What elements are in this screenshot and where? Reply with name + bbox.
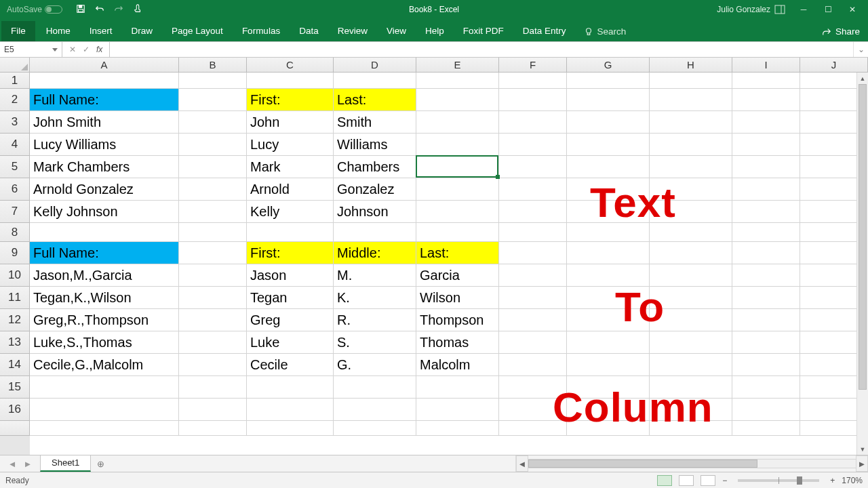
row-header-4[interactable]: 4 — [0, 134, 30, 156]
cell[interactable] — [567, 111, 650, 134]
cell[interactable] — [650, 73, 732, 89]
cell[interactable] — [179, 201, 247, 223]
row-header-extra[interactable] — [0, 421, 30, 436]
cell[interactable] — [499, 264, 567, 287]
cell-D9[interactable]: Middle: — [334, 242, 416, 264]
cell[interactable] — [499, 223, 567, 242]
row-header-9[interactable]: 9 — [0, 242, 30, 264]
row-header-3[interactable]: 3 — [0, 111, 30, 134]
column-header-E[interactable]: E — [416, 58, 499, 73]
cell[interactable] — [650, 134, 732, 156]
cell-C12[interactable]: Greg — [247, 309, 334, 331]
scroll-right-icon[interactable]: ► — [856, 455, 868, 472]
cell[interactable] — [732, 134, 800, 156]
cell-C11[interactable]: Tegan — [247, 287, 334, 309]
cell-C4[interactable]: Lucy — [247, 134, 334, 156]
cell[interactable] — [499, 73, 567, 89]
cell-A4[interactable]: Lucy Williams — [30, 134, 179, 156]
row-header-15[interactable]: 15 — [0, 376, 30, 399]
cell-D4[interactable]: Williams — [334, 134, 416, 156]
cell[interactable] — [732, 111, 800, 134]
sheet-prev-icon[interactable]: ◄ — [8, 459, 17, 469]
ribbon-tab-insert[interactable]: Insert — [80, 21, 122, 41]
cell-C6[interactable]: Arnold — [247, 178, 334, 201]
cell-D12[interactable]: R. — [334, 309, 416, 331]
cell[interactable] — [650, 331, 732, 354]
cell[interactable] — [567, 354, 650, 376]
cell[interactable] — [179, 242, 247, 264]
column-header-J[interactable]: J — [800, 58, 868, 73]
cell-C10[interactable]: Jason — [247, 264, 334, 287]
row-header-8[interactable]: 8 — [0, 223, 30, 242]
row-header-14[interactable]: 14 — [0, 354, 30, 376]
cell[interactable] — [499, 134, 567, 156]
sheet-tab-active[interactable]: Sheet1 — [40, 455, 91, 472]
ribbon-tab-page-layout[interactable]: Page Layout — [162, 21, 233, 41]
cell[interactable] — [499, 89, 567, 111]
ribbon-tab-data-entry[interactable]: Data Entry — [513, 21, 576, 41]
cell-E11[interactable]: Wilson — [416, 287, 499, 309]
scroll-down-icon[interactable]: ▼ — [857, 443, 868, 455]
horizontal-scrollbar[interactable]: ◄ ► — [515, 455, 868, 472]
expand-formula-bar-icon[interactable]: ⌄ — [853, 42, 868, 57]
row-header-13[interactable]: 13 — [0, 331, 30, 354]
vertical-scrollbar[interactable]: ▲ ▼ — [856, 73, 868, 455]
cell-C14[interactable]: Cecile — [247, 354, 334, 376]
cell[interactable] — [179, 376, 247, 399]
cell-C7[interactable]: Kelly — [247, 201, 334, 223]
cell[interactable] — [247, 421, 334, 436]
cell-E10[interactable]: Garcia — [416, 264, 499, 287]
cell[interactable] — [567, 134, 650, 156]
cell[interactable] — [650, 242, 732, 264]
cell[interactable] — [334, 399, 416, 421]
cell[interactable] — [732, 287, 800, 309]
row-header-2[interactable]: 2 — [0, 89, 30, 111]
cell[interactable] — [416, 223, 499, 242]
row-header-6[interactable]: 6 — [0, 178, 30, 201]
cell[interactable] — [732, 201, 800, 223]
cell[interactable] — [416, 376, 499, 399]
cell[interactable] — [499, 309, 567, 331]
cell-D5[interactable]: Chambers — [334, 156, 416, 178]
cell[interactable] — [732, 242, 800, 264]
zoom-out-button[interactable]: − — [722, 476, 727, 485]
cell[interactable] — [499, 331, 567, 354]
row-header-5[interactable]: 5 — [0, 156, 30, 178]
cell[interactable] — [247, 73, 334, 89]
sheet-nav[interactable]: ◄► — [0, 455, 41, 472]
cell-D14[interactable]: G. — [334, 354, 416, 376]
ribbon-tab-formulas[interactable]: Formulas — [233, 21, 290, 41]
cell-C9[interactable]: First: — [247, 242, 334, 264]
enter-formula-icon[interactable]: ✓ — [83, 45, 90, 54]
scroll-left-icon[interactable]: ◄ — [516, 455, 528, 472]
cell[interactable] — [732, 73, 800, 89]
column-header-G[interactable]: G — [567, 58, 650, 73]
scroll-up-icon[interactable]: ▲ — [857, 73, 868, 84]
ribbon-tab-foxit-pdf[interactable]: Foxit PDF — [454, 21, 513, 41]
cell[interactable] — [499, 287, 567, 309]
normal-view-button[interactable] — [657, 475, 672, 486]
cell[interactable] — [416, 201, 499, 223]
undo-icon[interactable] — [95, 4, 104, 16]
cell-area[interactable]: Full Name:First:Last:John SmithJohnSmith… — [30, 73, 868, 455]
spreadsheet-grid[interactable]: ABCDEFGHIJ 12345678910111213141516 Full … — [0, 58, 868, 455]
select-all-corner[interactable] — [0, 58, 30, 73]
ribbon-tab-data[interactable]: Data — [290, 21, 328, 41]
maximize-button[interactable]: ☐ — [822, 5, 834, 14]
cell[interactable] — [179, 264, 247, 287]
cell[interactable] — [416, 399, 499, 421]
cell[interactable] — [179, 111, 247, 134]
cell-D7[interactable]: Johnson — [334, 201, 416, 223]
cell[interactable] — [650, 89, 732, 111]
cell[interactable] — [499, 111, 567, 134]
cell[interactable] — [732, 399, 800, 421]
cell[interactable] — [499, 178, 567, 201]
cell[interactable] — [247, 223, 334, 242]
cell-C5[interactable]: Mark — [247, 156, 334, 178]
cell[interactable] — [732, 89, 800, 111]
cell[interactable] — [567, 73, 650, 89]
cell[interactable] — [416, 421, 499, 436]
cell-A11[interactable]: Tegan,K.,Wilson — [30, 287, 179, 309]
cell[interactable] — [650, 156, 732, 178]
minimize-button[interactable]: ─ — [797, 5, 810, 14]
